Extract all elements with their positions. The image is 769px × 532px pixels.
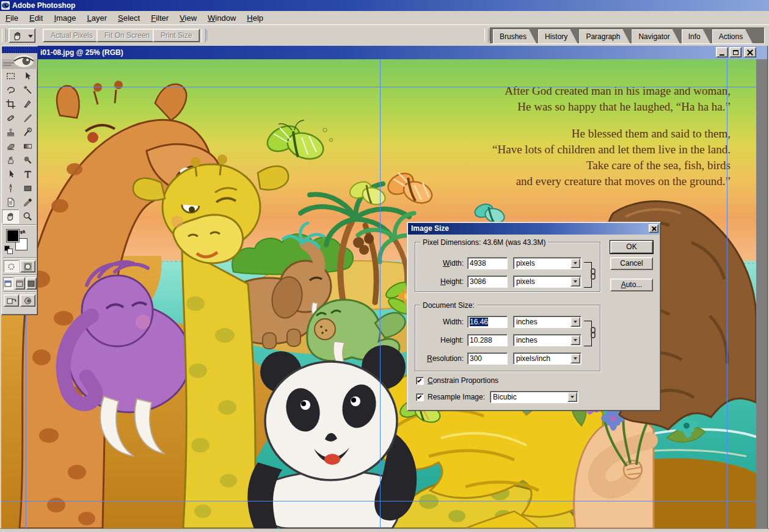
doc-restore-button[interactable] bbox=[729, 47, 742, 57]
chevron-down-icon[interactable] bbox=[570, 317, 580, 327]
chevron-down-icon[interactable] bbox=[567, 392, 577, 402]
chevron-down-icon[interactable] bbox=[570, 354, 580, 363]
verse-line: “Have lots of children and let them live… bbox=[492, 142, 731, 158]
tool-shape[interactable] bbox=[19, 181, 36, 195]
tool-path-selection[interactable] bbox=[2, 167, 19, 181]
doc-width-input[interactable]: 16.46 bbox=[467, 316, 508, 328]
tool-eyedropper[interactable] bbox=[19, 195, 36, 210]
tool-pen[interactable] bbox=[2, 181, 19, 195]
swap-colors-icon[interactable] bbox=[18, 227, 27, 238]
standard-screen-button[interactable] bbox=[3, 277, 13, 290]
hand-icon bbox=[9, 29, 27, 43]
tool-dodge[interactable] bbox=[19, 153, 36, 167]
auto-button[interactable]: Auto... bbox=[610, 279, 653, 291]
actual-pixels-button[interactable]: Actual Pixels bbox=[43, 29, 101, 42]
dialog-titlebar[interactable]: Image Size bbox=[408, 223, 660, 235]
toolbox-titlebar[interactable] bbox=[2, 46, 37, 53]
well-grip[interactable] bbox=[484, 29, 489, 42]
tool-preset-picker[interactable] bbox=[9, 28, 35, 43]
menu-window[interactable]: Window bbox=[202, 12, 241, 24]
foreground-color-swatch[interactable] bbox=[7, 230, 19, 242]
menu-edit[interactable]: Edit bbox=[24, 12, 48, 24]
tool-preset-dropdown-icon[interactable] bbox=[27, 29, 35, 43]
px-height-input[interactable]: 3086 bbox=[467, 275, 508, 288]
document-size-legend: Document Size: bbox=[420, 301, 477, 310]
fullscreen-menubar-button[interactable] bbox=[15, 277, 25, 290]
print-size-button[interactable]: Print Size bbox=[153, 29, 200, 42]
document-titlebar[interactable]: i01-08.jpg @ 25% (RGB) bbox=[1, 46, 767, 59]
menubar: File Edit Image Layer Select Filter View… bbox=[0, 11, 769, 24]
verse-line: Take care of the sea, fish, birds bbox=[492, 158, 731, 173]
tool-slice[interactable] bbox=[19, 97, 36, 111]
menu-image[interactable]: Image bbox=[48, 12, 81, 24]
doc-width-unit-select[interactable]: inches bbox=[513, 316, 581, 328]
doc-height-unit-select[interactable]: inches bbox=[513, 334, 581, 346]
tool-magic-wand[interactable] bbox=[19, 83, 36, 97]
tool-clone-stamp[interactable] bbox=[2, 125, 19, 139]
tool-hand[interactable] bbox=[2, 210, 19, 224]
app-title: Adobe Photoshop bbox=[12, 1, 75, 10]
tool-gradient[interactable] bbox=[19, 139, 36, 153]
menu-help[interactable]: Help bbox=[241, 12, 269, 24]
tab-info[interactable]: Info bbox=[682, 29, 710, 43]
tool-move[interactable] bbox=[19, 69, 36, 83]
px-height-unit-select[interactable]: pixels bbox=[513, 275, 581, 288]
menu-file[interactable]: File bbox=[0, 12, 24, 24]
resample-method-select[interactable]: Bicubic bbox=[490, 391, 578, 403]
image-size-dialog: Image Size Pixel Dimensions: 43.6M (was … bbox=[407, 222, 661, 411]
chevron-down-icon[interactable] bbox=[570, 335, 580, 345]
tool-zoom[interactable] bbox=[19, 210, 36, 224]
tool-rectangular-marquee[interactable] bbox=[2, 69, 19, 83]
workspace-gutter bbox=[756, 59, 767, 528]
tab-navigator[interactable]: Navigator bbox=[632, 29, 679, 43]
cancel-button[interactable]: Cancel bbox=[610, 257, 653, 270]
tool-history-brush[interactable] bbox=[19, 125, 36, 139]
doc-close-button[interactable] bbox=[744, 47, 756, 57]
tab-history[interactable]: History bbox=[538, 29, 577, 43]
options-grip[interactable] bbox=[2, 29, 6, 42]
options-bar: Actual Pixels Fit On Screen Print Size B… bbox=[0, 24, 769, 46]
document-size-group: Document Size: Width: 16.46 inches Heigh… bbox=[415, 305, 600, 371]
tool-smudge[interactable] bbox=[2, 153, 19, 167]
fit-on-screen-button[interactable]: Fit On Screen bbox=[97, 29, 158, 42]
doc-minimize-button[interactable] bbox=[716, 47, 728, 57]
jump-to-imageready-button[interactable] bbox=[4, 294, 19, 307]
check-icon bbox=[417, 378, 421, 382]
constrain-proportions-checkbox[interactable] bbox=[416, 377, 424, 385]
chevron-down-icon[interactable] bbox=[570, 277, 580, 286]
tab-brushes[interactable]: Brushes bbox=[493, 29, 536, 43]
dialog-close-button[interactable] bbox=[649, 224, 658, 233]
tool-notes[interactable] bbox=[2, 195, 19, 210]
doc-height-input[interactable]: 10.288 bbox=[467, 334, 508, 346]
app-titlebar[interactable]: Adobe Photoshop bbox=[0, 0, 769, 11]
tool-brush[interactable] bbox=[19, 111, 36, 125]
chain-link-icon bbox=[590, 327, 596, 339]
tab-paragraph[interactable]: Paragraph bbox=[579, 29, 630, 43]
tool-healing-brush[interactable] bbox=[2, 111, 19, 125]
resolution-input[interactable]: 300 bbox=[467, 352, 508, 365]
ok-button[interactable]: OK bbox=[610, 241, 653, 253]
dialog-title: Image Size bbox=[411, 224, 449, 233]
resolution-unit-select[interactable]: pixels/inch bbox=[513, 352, 581, 365]
options-separator bbox=[202, 29, 206, 42]
px-width-unit-select[interactable]: pixels bbox=[513, 257, 581, 269]
tool-eraser[interactable] bbox=[2, 139, 19, 153]
menu-select[interactable]: Select bbox=[112, 12, 145, 24]
tool-type[interactable] bbox=[19, 167, 36, 181]
chevron-down-icon[interactable] bbox=[570, 258, 580, 268]
imageready-icon-button[interactable] bbox=[20, 294, 35, 307]
standard-mode-button[interactable] bbox=[4, 260, 19, 272]
tool-lasso[interactable] bbox=[2, 83, 19, 97]
px-width-input[interactable]: 4938 bbox=[467, 257, 508, 269]
pixel-dimensions-group: Pixel Dimensions: 43.6M (was 43.3M) Widt… bbox=[415, 242, 600, 292]
adobe-eye-logo[interactable] bbox=[2, 53, 37, 69]
resample-image-checkbox[interactable] bbox=[416, 393, 424, 401]
verse-line: and every creature that moves on the gro… bbox=[492, 173, 731, 189]
menu-view[interactable]: View bbox=[174, 12, 202, 24]
fullscreen-button[interactable] bbox=[26, 277, 37, 290]
menu-filter[interactable]: Filter bbox=[145, 12, 174, 24]
quick-mask-mode-button[interactable] bbox=[20, 260, 35, 272]
menu-layer[interactable]: Layer bbox=[82, 12, 113, 24]
tool-crop[interactable] bbox=[2, 97, 19, 111]
tab-actions[interactable]: Actions bbox=[712, 29, 753, 43]
